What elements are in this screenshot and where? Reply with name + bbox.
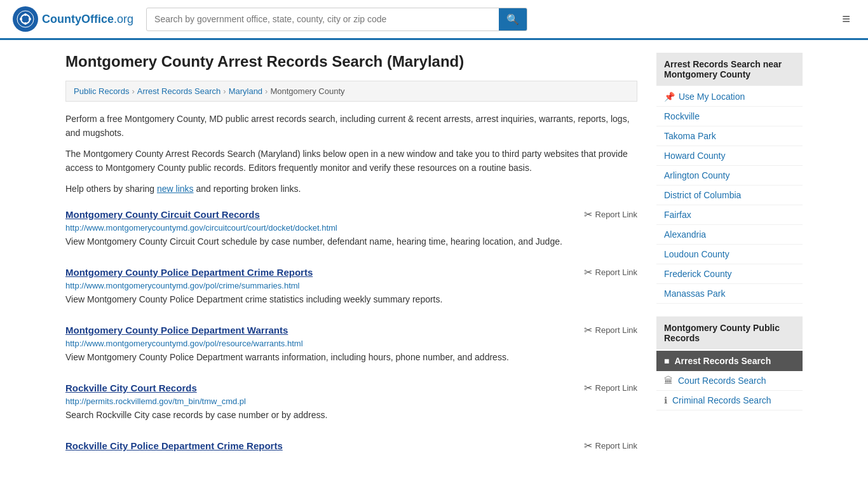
search-bar: 🔍 — [146, 8, 527, 31]
report-icon: ✂ — [584, 208, 592, 220]
sidebar-item-frederick-county[interactable]: Frederick County — [656, 264, 803, 284]
record-item: Montgomery County Police Department Crim… — [65, 266, 637, 309]
logo[interactable]: CountyOffice.org — [13, 6, 133, 32]
criminal-records-icon: ℹ — [664, 395, 667, 405]
breadcrumb-sep-2: › — [223, 86, 226, 96]
record-title[interactable]: Rockville City Court Records — [65, 383, 197, 393]
use-my-location-link[interactable]: Use My Location — [679, 92, 745, 102]
logo-text: CountyOffice.org — [42, 13, 133, 26]
sidebar-nearby-heading: Arrest Records Search near Montgomery Co… — [656, 53, 803, 86]
sidebar-item-fairfax[interactable]: Fairfax — [656, 205, 803, 225]
report-link[interactable]: ✂ Report Link — [584, 266, 637, 278]
record-title[interactable]: Montgomery County Police Department Warr… — [65, 325, 288, 336]
svg-point-0 — [17, 11, 34, 27]
breadcrumb-current: Montgomery County — [270, 86, 344, 96]
record-title[interactable]: Rockville City Police Department Crime R… — [65, 440, 283, 451]
record-header: Rockville City Court Records ✂ Report Li… — [65, 382, 637, 394]
sidebar-item-criminal-records[interactable]: ℹ Criminal Records Search — [656, 391, 803, 410]
new-links-link[interactable]: new links — [157, 184, 194, 194]
record-url[interactable]: http://permits.rockvillemd.gov/tm_bin/tm… — [65, 396, 637, 406]
location-pin-icon: 📌 — [664, 92, 675, 102]
hamburger-icon: ≡ — [842, 11, 850, 27]
breadcrumb-public-records[interactable]: Public Records — [74, 86, 129, 96]
logo-icon — [13, 6, 38, 32]
report-link[interactable]: ✂ Report Link — [584, 382, 637, 394]
sidebar-public-records-section: Montgomery County Public Records ■ Arres… — [656, 316, 803, 410]
record-title[interactable]: Montgomery County Circuit Court Records — [65, 209, 260, 220]
page-description: Perform a free Montgomery County, MD pub… — [65, 112, 637, 140]
sidebar-item-rockville[interactable]: Rockville — [656, 107, 803, 126]
breadcrumb-sep-3: › — [265, 86, 268, 96]
help-text: Help others by sharing new links and rep… — [65, 182, 637, 196]
sidebar-item-howard-county[interactable]: Howard County — [656, 146, 803, 166]
svg-point-3 — [29, 18, 31, 20]
record-url[interactable]: http://www.montgomerycountymd.gov/pol/re… — [65, 339, 637, 348]
breadcrumb-arrest-records[interactable]: Arrest Records Search — [137, 86, 221, 96]
svg-point-4 — [24, 22, 27, 25]
site-header: CountyOffice.org 🔍 ≡ — [0, 0, 868, 40]
sidebar-use-location[interactable]: 📌 Use My Location — [656, 87, 803, 107]
report-link-label: Report Link — [595, 441, 637, 451]
sidebar-item-loudoun-county[interactable]: Loudoun County — [656, 245, 803, 264]
sidebar-item-manassas-park[interactable]: Manassas Park — [656, 284, 803, 304]
search-button[interactable]: 🔍 — [499, 8, 527, 30]
record-header: Montgomery County Circuit Court Records … — [65, 208, 637, 220]
arrest-records-icon: ■ — [664, 356, 669, 366]
sidebar-item-alexandria[interactable]: Alexandria — [656, 225, 803, 245]
menu-button[interactable]: ≡ — [837, 8, 855, 30]
report-link[interactable]: ✂ Report Link — [584, 440, 637, 452]
report-link-label: Report Link — [595, 383, 637, 393]
report-icon: ✂ — [584, 440, 592, 452]
record-header: Montgomery County Police Department Warr… — [65, 324, 637, 336]
breadcrumb-maryland[interactable]: Maryland — [229, 86, 262, 96]
report-link-label: Report Link — [595, 210, 637, 219]
svg-point-2 — [24, 13, 27, 16]
record-url[interactable]: http://www.montgomerycountymd.gov/circui… — [65, 223, 637, 233]
record-desc: View Montgomery County Circuit Court sch… — [65, 235, 637, 248]
page-title: Montgomery County Arrest Records Search … — [65, 53, 637, 71]
report-icon: ✂ — [584, 266, 592, 278]
record-desc: View Montgomery County Police Department… — [65, 293, 637, 306]
record-item: Rockville City Police Department Crime R… — [65, 440, 637, 457]
record-desc: Search Rockville City case records by ca… — [65, 409, 637, 422]
record-title[interactable]: Montgomery County Police Department Crim… — [65, 267, 313, 278]
main-layout: Montgomery County Arrest Records Search … — [53, 40, 815, 485]
search-input[interactable] — [147, 9, 499, 29]
report-link[interactable]: ✂ Report Link — [584, 208, 637, 220]
breadcrumb: Public Records › Arrest Records Search ›… — [65, 81, 637, 102]
records-list: Montgomery County Circuit Court Records … — [65, 208, 637, 457]
sidebar-public-records-heading: Montgomery County Public Records — [656, 316, 803, 349]
record-item: Montgomery County Circuit Court Records … — [65, 208, 637, 251]
sidebar-item-district-of-columbia[interactable]: District of Columbia — [656, 186, 803, 205]
record-header: Rockville City Police Department Crime R… — [65, 440, 637, 452]
sidebar-nearby-section: Arrest Records Search near Montgomery Co… — [656, 53, 803, 304]
report-link-label: Report Link — [595, 325, 637, 335]
record-desc: View Montgomery County Police Department… — [65, 351, 637, 364]
report-icon: ✂ — [584, 382, 592, 394]
sidebar-item-takoma-park[interactable]: Takoma Park — [656, 126, 803, 146]
sidebar-item-arlington-county[interactable]: Arlington County — [656, 166, 803, 186]
svg-point-5 — [20, 18, 22, 20]
sidebar: Arrest Records Search near Montgomery Co… — [656, 53, 803, 472]
record-url[interactable]: http://www.montgomerycountymd.gov/pol/cr… — [65, 281, 637, 290]
report-link[interactable]: ✂ Report Link — [584, 324, 637, 336]
sidebar-item-court-records[interactable]: 🏛 Court Records Search — [656, 371, 803, 391]
record-header: Montgomery County Police Department Crim… — [65, 266, 637, 278]
sidebar-active-label: Arrest Records Search — [674, 356, 771, 366]
page-description-2: The Montgomery County Arrest Records Sea… — [65, 147, 637, 175]
report-icon: ✂ — [584, 324, 592, 336]
record-item: Rockville City Court Records ✂ Report Li… — [65, 382, 637, 424]
record-item: Montgomery County Police Department Warr… — [65, 324, 637, 367]
sidebar-active-arrest-records[interactable]: ■ Arrest Records Search — [656, 351, 803, 371]
content-area: Montgomery County Arrest Records Search … — [65, 53, 637, 472]
report-link-label: Report Link — [595, 268, 637, 277]
search-icon: 🔍 — [506, 14, 519, 25]
breadcrumb-sep: › — [132, 86, 134, 96]
court-records-icon: 🏛 — [664, 376, 673, 386]
